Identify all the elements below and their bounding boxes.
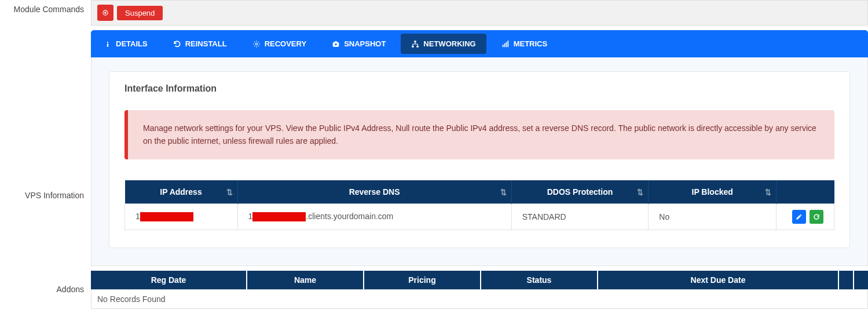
reset-button[interactable] <box>810 210 823 224</box>
table-row: 1 1.clients.yourdomain.com STANDARD No <box>125 203 834 230</box>
cell-rdns: 1.clients.yourdomain.com <box>237 203 511 230</box>
th-rdns-label: Reverse DNS <box>349 187 400 197</box>
edit-button[interactable] <box>792 210 806 224</box>
th-extra-2 <box>854 271 868 289</box>
tab-details[interactable]: DETAILS <box>91 30 160 57</box>
redacted-host <box>252 212 306 221</box>
th-ddos-label: DDOS Protection <box>547 187 613 197</box>
th-rdns[interactable]: Reverse DNS ⇅ <box>237 180 511 204</box>
svg-rect-9 <box>412 45 415 47</box>
svg-rect-13 <box>506 42 507 47</box>
tab-networking-label: NETWORKING <box>423 39 475 48</box>
svg-rect-10 <box>417 45 419 47</box>
rdns-suffix: .clients.yourdomain.com <box>306 212 393 221</box>
sort-icon: ⇅ <box>500 187 507 196</box>
svg-rect-3 <box>107 43 108 46</box>
section-label-module-commands: Module Commands <box>0 0 91 57</box>
sort-icon: ⇅ <box>226 187 233 196</box>
th-extra-1 <box>839 271 853 289</box>
tab-recovery-label: RECOVERY <box>265 39 306 48</box>
tab-snapshot-label: SNAPSHOT <box>344 39 386 48</box>
suspend-button[interactable]: Suspend <box>117 6 163 20</box>
th-next-due[interactable]: Next Due Date <box>598 271 838 289</box>
th-ip[interactable]: IP Address ⇅ <box>125 180 238 204</box>
interface-card: Interface Information Manage network set… <box>109 71 850 248</box>
th-reg-date[interactable]: Reg Date <box>91 271 246 289</box>
cell-actions <box>777 203 834 230</box>
th-actions <box>777 180 834 204</box>
networking-panel: Interface Information Manage network set… <box>91 57 868 266</box>
th-ip-label: IP Address <box>160 187 202 197</box>
bars-icon <box>501 40 510 48</box>
tab-reinstall[interactable]: REINSTALL <box>160 30 240 57</box>
network-icon <box>411 40 419 48</box>
cell-ddos: STANDARD <box>511 203 649 230</box>
svg-rect-8 <box>415 41 417 42</box>
sort-icon: ⇅ <box>765 187 771 196</box>
redacted-ip <box>140 212 193 221</box>
tab-recovery[interactable]: RECOVERY <box>240 30 319 57</box>
power-icon-button[interactable] <box>97 5 113 21</box>
ip-prefix: 1 <box>135 212 140 221</box>
info-alert: Manage network settings for your VPS. Vi… <box>124 110 834 159</box>
th-blocked-label: IP Blocked <box>692 187 733 197</box>
tab-reinstall-label: REINSTALL <box>185 39 227 48</box>
th-ddos[interactable]: DDOS Protection ⇅ <box>511 180 649 204</box>
interface-table: IP Address ⇅ Reverse DNS ⇅ DDOS Protecti… <box>124 180 834 230</box>
tab-networking[interactable]: NETWORKING <box>401 34 486 54</box>
svg-point-2 <box>107 41 108 42</box>
th-pricing[interactable]: Pricing <box>364 271 480 289</box>
addons-empty: No Records Found <box>91 289 868 309</box>
sort-icon: ⇅ <box>637 187 643 196</box>
vps-tab-bar: DETAILS REINSTALL RECOVERY SNAPSHOT NETW… <box>91 30 868 57</box>
rdns-prefix: 1 <box>248 212 253 221</box>
tab-metrics[interactable]: METRICS <box>489 30 561 57</box>
camera-icon <box>332 40 340 48</box>
th-name[interactable]: Name <box>247 271 363 289</box>
undo-icon <box>173 40 181 48</box>
card-title: Interface Information <box>124 83 834 94</box>
svg-point-1 <box>105 12 106 13</box>
svg-rect-12 <box>504 43 505 46</box>
section-label-addons: Addons <box>0 271 91 309</box>
tab-snapshot[interactable]: SNAPSHOT <box>319 30 398 57</box>
module-commands-bar: Suspend <box>91 0 868 26</box>
svg-rect-14 <box>507 41 508 47</box>
svg-point-4 <box>255 43 258 45</box>
undo-icon <box>813 213 820 220</box>
section-label-vps-information: VPS Information <box>0 57 91 266</box>
svg-rect-11 <box>502 45 503 47</box>
tab-details-label: DETAILS <box>116 39 148 48</box>
cell-ip: 1 <box>125 203 238 230</box>
gear-icon <box>252 40 261 48</box>
tab-metrics-label: METRICS <box>514 39 548 48</box>
th-status[interactable]: Status <box>481 271 597 289</box>
svg-rect-7 <box>335 41 338 42</box>
th-blocked[interactable]: IP Blocked ⇅ <box>649 180 777 204</box>
svg-point-6 <box>335 43 337 45</box>
info-icon <box>104 40 112 48</box>
pencil-icon <box>796 213 803 220</box>
cell-blocked: No <box>649 203 777 230</box>
addons-header: Reg Date Name Pricing Status Next Due Da… <box>91 271 868 289</box>
